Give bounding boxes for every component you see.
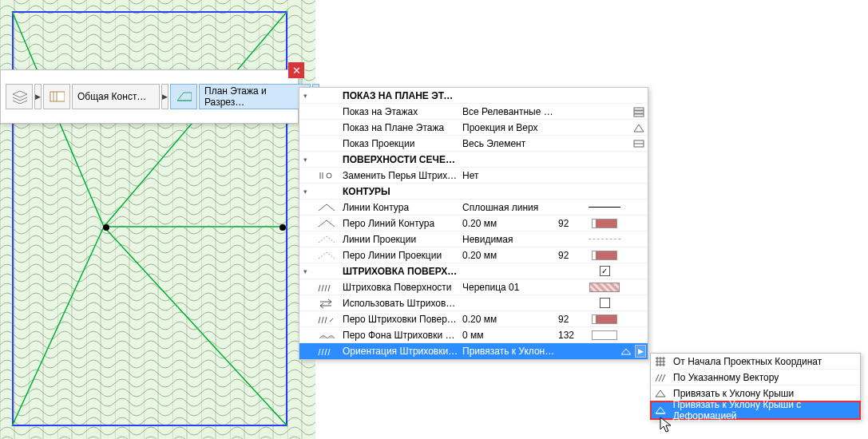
- use-fill-checkbox[interactable]: [600, 298, 610, 308]
- roof-filled-icon: [653, 405, 668, 416]
- prop-cover-fill[interactable]: Штриховка Поверхности Черепица 01: [299, 279, 648, 295]
- structure-icon-button[interactable]: [43, 84, 70, 109]
- plan-icon-button[interactable]: [170, 84, 197, 109]
- roof-slope-icon: [619, 346, 633, 357]
- pen-swatch: [592, 314, 617, 324]
- svg-line-7: [104, 227, 287, 426]
- prop-contour-pen[interactable]: Перо Линий Контура 0.20 мм 92: [299, 216, 648, 231]
- node-handle[interactable]: [279, 224, 286, 231]
- section-header-cover[interactable]: ▾ ШТРИХОВКА ПОВЕРХНОСТЕЙ ✓: [299, 263, 648, 279]
- swap-icon: [311, 298, 343, 309]
- svg-line-19: [319, 285, 320, 291]
- structure-expand-button[interactable]: ▶: [161, 84, 168, 109]
- pen-override-icon: [311, 170, 343, 181]
- pen-icon: [311, 218, 343, 229]
- svg-line-26: [319, 349, 320, 355]
- element-icon: [632, 137, 646, 150]
- line-icon: [311, 202, 343, 213]
- grid-icon: [652, 356, 668, 367]
- prop-cover-bg-pen[interactable]: Перо Фона Штриховки П… 0 мм 132: [299, 327, 648, 343]
- close-button[interactable]: ✕: [288, 62, 304, 78]
- svg-line-6: [12, 227, 104, 426]
- line-sample-dashed: [589, 239, 620, 239]
- structure-dropdown[interactable]: Общая Конст…: [72, 84, 160, 109]
- ctx-option-origin[interactable]: От Начала Проектных Координат: [651, 354, 860, 370]
- hatch-pen-icon: [311, 314, 343, 325]
- plan-label: План Этажа и Разрез…: [204, 85, 305, 108]
- roof-outline-icon: [652, 388, 668, 399]
- properties-panel: ▾ ПОКАЗ НА ПЛАНЕ ЭТАЖА Показ на Этажах В…: [299, 87, 648, 360]
- line-icon: [311, 234, 343, 245]
- story-icon: [632, 105, 646, 118]
- prop-show-on-stories[interactable]: Показ на Этажах Все Релевантные Э…: [299, 104, 648, 120]
- node-handle[interactable]: [103, 224, 109, 231]
- svg-line-28: [325, 349, 327, 355]
- section-header-cut[interactable]: ▾ ПОВЕРХНОСТИ СЕЧЕНИЯ: [299, 152, 648, 168]
- section-header-floorplan[interactable]: ▾ ПОКАЗ НА ПЛАНЕ ЭТАЖА: [299, 88, 648, 104]
- prop-contour-lines[interactable]: Линии Контура Сплошная линия: [299, 200, 648, 216]
- bg-pen-icon: [311, 330, 343, 341]
- layer-icon-button[interactable]: [6, 84, 33, 109]
- prop-fill-orientation[interactable]: Ориентация Штриховки … Привязать к Уклон…: [299, 343, 648, 359]
- svg-point-18: [327, 173, 331, 178]
- pen-icon: [311, 250, 343, 261]
- pen-swatch: [592, 251, 617, 260]
- svg-line-38: [659, 374, 662, 382]
- svg-rect-14: [634, 111, 644, 113]
- svg-line-27: [322, 349, 323, 355]
- svg-line-29: [328, 349, 330, 355]
- prop-show-projection[interactable]: Показ Проекции Весь Элемент: [299, 136, 648, 152]
- svg-line-22: [328, 285, 330, 291]
- prop-projection-pen[interactable]: Перо Линии Проекции 0.20 мм 92: [299, 247, 648, 263]
- svg-rect-15: [634, 114, 644, 117]
- ctx-option-roof-slope-distort[interactable]: Привязать к Уклону Крыши с Деформацией: [652, 402, 859, 418]
- mouse-cursor: [660, 417, 674, 438]
- prop-use-fill[interactable]: Использовать Штриховк…: [299, 295, 648, 311]
- svg-line-25: [325, 317, 327, 323]
- ctx-option-vector[interactable]: По Указанному Вектору: [651, 370, 860, 386]
- svg-line-23: [319, 317, 320, 323]
- line-sample-solid: [589, 207, 620, 208]
- submenu-arrow-button[interactable]: ▶: [635, 345, 646, 358]
- svg-rect-9: [50, 92, 65, 101]
- settings-toolbar-dialog: ✕ ▶ Общая Конст… ▶ План Этажа и Разрез… …: [0, 69, 299, 124]
- prop-override-pens[interactable]: Заменить Перья Штрихо… Нет: [299, 168, 648, 184]
- layer-expand-button[interactable]: ▶: [34, 84, 42, 109]
- hatch-orient-icon: [311, 346, 343, 357]
- hatch-icon: [311, 282, 343, 293]
- svg-line-37: [656, 374, 659, 382]
- structure-label: Общая Конст…: [77, 91, 146, 102]
- svg-line-24: [322, 317, 323, 323]
- projection-icon: [632, 121, 646, 134]
- hatch-sample: [589, 283, 620, 292]
- svg-rect-13: [634, 108, 644, 110]
- svg-line-21: [325, 285, 327, 291]
- cover-enable-checkbox[interactable]: ✓: [600, 266, 610, 276]
- fill-orientation-submenu: От Начала Проектных Координат По Указанн…: [650, 353, 861, 420]
- plan-dropdown[interactable]: План Этажа и Разрез…: [199, 84, 311, 109]
- section-header-outlines[interactable]: ▾ КОНТУРЫ: [299, 184, 648, 200]
- pen-swatch: [592, 330, 617, 340]
- hatch-small-icon: [652, 372, 668, 383]
- prop-projection-lines[interactable]: Линии Проекции Невидимая: [299, 231, 648, 247]
- prop-floorplan-display[interactable]: Показ на Плане Этажа Проекция и Верх: [299, 120, 648, 136]
- svg-line-20: [322, 285, 323, 291]
- prop-cover-fill-pen[interactable]: Перо Штриховки Поверх… 0.20 мм 92: [299, 311, 648, 327]
- pen-swatch: [592, 219, 617, 228]
- svg-line-39: [662, 374, 665, 382]
